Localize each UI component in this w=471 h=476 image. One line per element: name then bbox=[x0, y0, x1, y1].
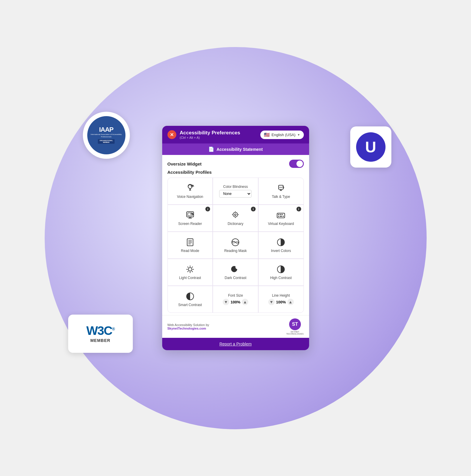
iaap-org: ORGANIZATIONALMEMBER bbox=[98, 139, 115, 144]
color-blindness-label: Color Blindness bbox=[223, 185, 248, 189]
svg-rect-18 bbox=[283, 216, 284, 217]
svg-rect-16 bbox=[278, 216, 279, 217]
reading-mask-label: Reading Mask bbox=[224, 249, 247, 253]
oversize-widget-row: Oversize Widget bbox=[167, 160, 304, 168]
close-button[interactable]: ✕ bbox=[167, 130, 176, 139]
u-circle: U bbox=[356, 132, 385, 162]
light-contrast-icon bbox=[185, 265, 195, 274]
virtual-keyboard-label: Virtual Keyboard bbox=[268, 222, 294, 226]
panel-shortcut: (Ctrl + Alt + A) bbox=[180, 136, 240, 139]
dark-contrast-label: Dark Contrast bbox=[224, 276, 246, 280]
reading-mask-icon bbox=[231, 238, 240, 247]
line-height-increase[interactable]: ▲ bbox=[287, 299, 294, 305]
light-contrast-cell[interactable]: Light Contrast bbox=[168, 259, 213, 285]
voice-navigation-icon bbox=[185, 183, 195, 193]
invert-colors-cell[interactable]: Invert Colors bbox=[259, 232, 304, 258]
read-mode-icon bbox=[185, 238, 195, 247]
dark-contrast-cell[interactable]: Dark Contrast bbox=[213, 259, 258, 285]
dictionary-label: Dictionary bbox=[228, 222, 243, 226]
talk-type-cell[interactable]: Talk & Type bbox=[259, 178, 304, 204]
svg-line-34 bbox=[192, 267, 192, 267]
talk-type-icon bbox=[276, 183, 286, 193]
iaap-subtitle: International Association of Accessibili… bbox=[87, 133, 125, 138]
header-left: ✕ Accessibility Preferences (Ctrl + Alt … bbox=[167, 130, 240, 139]
st-circle: ST bbox=[289, 318, 301, 330]
panel-footer: Web Accessibility Solution by SkynetTech… bbox=[162, 315, 309, 338]
font-size-decrease[interactable]: ▼ bbox=[223, 299, 229, 305]
font-size-stepper: ▼ 100% ▲ bbox=[223, 299, 248, 305]
panel-header: ✕ Accessibility Preferences (Ctrl + Alt … bbox=[162, 126, 309, 143]
flag-icon: 🇺🇸 bbox=[264, 132, 270, 138]
svg-point-8 bbox=[191, 213, 192, 215]
w3c-badge: W3C® MEMBER bbox=[68, 315, 133, 353]
svg-line-33 bbox=[192, 271, 192, 272]
line-height-value: 100% bbox=[276, 300, 286, 304]
svg-rect-17 bbox=[280, 216, 282, 217]
language-button[interactable]: 🇺🇸 English (USA) ▼ bbox=[260, 131, 304, 139]
light-contrast-label: Light Contrast bbox=[179, 276, 201, 280]
profiles-grid: Voice Navigation Color Blindness None Pr… bbox=[167, 178, 304, 313]
st-text: SKYNETTECHNOLOGIES bbox=[286, 331, 304, 335]
font-size-cell: Font Size ▼ 100% ▲ bbox=[213, 286, 258, 313]
font-size-value: 100% bbox=[230, 300, 241, 304]
svg-point-5 bbox=[282, 187, 283, 188]
color-blindness-select[interactable]: None Protanopia Deuteranopia Tritanopia bbox=[219, 190, 252, 198]
color-blindness-cell[interactable]: Color Blindness None Protanopia Deuteran… bbox=[213, 178, 258, 204]
accessibility-panel: ✕ Accessibility Preferences (Ctrl + Alt … bbox=[162, 126, 309, 350]
accessibility-statement-bar[interactable]: 📄 Accessibility Statement bbox=[162, 143, 309, 155]
svg-rect-15 bbox=[281, 214, 283, 215]
settings-area: Oversize Widget Accessibility Profiles bbox=[162, 155, 309, 315]
report-bar[interactable]: Report a Problem bbox=[162, 338, 309, 350]
reading-mask-cell[interactable]: Reading Mask bbox=[213, 232, 258, 258]
w3c-member: MEMBER bbox=[90, 338, 110, 343]
smart-contrast-icon bbox=[185, 292, 195, 301]
profiles-section-label: Accessibility Profiles bbox=[167, 170, 304, 175]
panel-title: Accessibility Preferences bbox=[180, 130, 240, 136]
dictionary-cell[interactable]: i a Dictionary bbox=[213, 205, 258, 231]
svg-rect-12 bbox=[277, 213, 285, 218]
screen-reader-label: Screen Reader bbox=[178, 222, 202, 226]
info-icon-dict: i bbox=[251, 207, 256, 211]
smart-contrast-label: Smart Contrast bbox=[178, 303, 202, 307]
report-link[interactable]: Report a Problem bbox=[219, 342, 252, 346]
dictionary-icon: a bbox=[231, 211, 240, 220]
screen-reader-cell[interactable]: i Screen Reader bbox=[168, 205, 213, 231]
virtual-keyboard-cell[interactable]: i Virtual Keyboard bbox=[259, 205, 304, 231]
info-icon: i bbox=[205, 207, 210, 211]
footer-text: Web Accessibility Solution by SkynetTech… bbox=[167, 323, 209, 330]
smart-contrast-cell[interactable]: Smart Contrast bbox=[168, 286, 213, 313]
svg-point-4 bbox=[281, 187, 281, 188]
iaap-title: IAAP bbox=[99, 126, 113, 133]
oversize-widget-toggle[interactable] bbox=[289, 160, 304, 168]
statement-label: Accessibility Statement bbox=[217, 147, 263, 152]
info-icon-kb: i bbox=[296, 207, 301, 211]
language-label: English (USA) bbox=[271, 133, 296, 137]
svg-rect-19 bbox=[187, 239, 193, 246]
invert-colors-icon bbox=[276, 238, 286, 247]
voice-navigation-cell[interactable]: Voice Navigation bbox=[168, 178, 213, 204]
header-title-group: Accessibility Preferences (Ctrl + Alt + … bbox=[180, 130, 240, 139]
talk-type-label: Talk & Type bbox=[272, 195, 290, 199]
virtual-keyboard-icon bbox=[276, 211, 286, 220]
font-size-label: Font Size bbox=[228, 293, 243, 298]
font-size-increase[interactable]: ▲ bbox=[242, 299, 248, 305]
svg-line-35 bbox=[187, 271, 188, 272]
high-contrast-cell[interactable]: High Contrast bbox=[259, 259, 304, 285]
svg-rect-13 bbox=[278, 214, 279, 215]
invert-colors-label: Invert Colors bbox=[271, 249, 291, 253]
line-height-decrease[interactable]: ▼ bbox=[268, 299, 275, 305]
read-mode-cell[interactable]: Read Mode bbox=[168, 232, 213, 258]
skynet-link[interactable]: SkynetTechnologies.com bbox=[167, 327, 206, 330]
voice-navigation-label: Voice Navigation bbox=[177, 195, 203, 199]
u-badge: U bbox=[350, 126, 391, 168]
svg-rect-14 bbox=[280, 214, 281, 215]
document-icon: 📄 bbox=[208, 146, 214, 152]
line-height-label: Line Height bbox=[272, 293, 290, 298]
screen-reader-icon bbox=[185, 211, 195, 220]
iaap-badge: IAAP International Association of Access… bbox=[83, 112, 130, 159]
outer-circle: IAAP International Association of Access… bbox=[45, 47, 427, 429]
svg-text:a: a bbox=[234, 214, 236, 216]
svg-point-3 bbox=[279, 187, 280, 188]
high-contrast-icon bbox=[276, 265, 286, 274]
line-height-stepper: ▼ 100% ▲ bbox=[268, 299, 294, 305]
